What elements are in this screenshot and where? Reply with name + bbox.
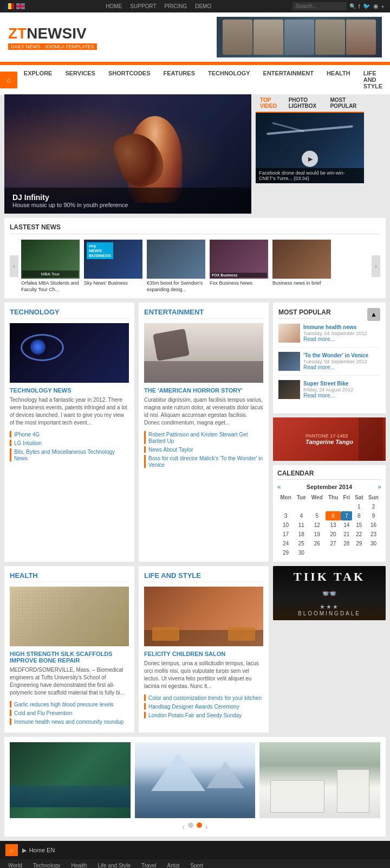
cal-day[interactable]: 15 bbox=[352, 520, 366, 530]
cal-day[interactable]: 21 bbox=[341, 530, 352, 539]
cal-day[interactable]: 28 bbox=[341, 539, 352, 548]
cal-day[interactable] bbox=[326, 502, 341, 511]
video-thumbnail[interactable]: Facebook drone deal would be win-win- CN… bbox=[256, 113, 364, 183]
footer-link-travel[interactable]: Travel bbox=[141, 863, 156, 868]
calendar-prev[interactable]: « bbox=[277, 483, 281, 491]
popular-read-3[interactable]: Read more... bbox=[303, 393, 353, 398]
cal-day[interactable]: 30 bbox=[294, 548, 309, 557]
tech-link-3[interactable]: Bits, Bytes and Miscellaneous Technology… bbox=[10, 448, 129, 461]
health-link-1[interactable]: Garlic reduces high blood pressure level… bbox=[10, 701, 129, 708]
cal-day[interactable]: 8 bbox=[352, 511, 366, 520]
rss-icon[interactable]: ◉ bbox=[373, 3, 379, 10]
news-card-4[interactable]: FOX Business Fox Business News bbox=[210, 240, 268, 293]
nav-home-button[interactable]: ⌂ bbox=[0, 72, 17, 88]
cal-day[interactable]: 2 bbox=[366, 502, 381, 511]
twitter-icon[interactable]: 🐦 bbox=[363, 3, 370, 10]
tab-most-popular[interactable]: MOST POPULAR bbox=[326, 94, 364, 112]
nav-entertainment[interactable]: ENTERTAINMENT bbox=[257, 65, 320, 81]
top-nav-pricing[interactable]: PRICING bbox=[165, 3, 187, 9]
life-link-1[interactable]: Color and customization trends for your … bbox=[144, 695, 263, 701]
search-area[interactable]: 🔍 f 🐦 ◉ + bbox=[292, 2, 385, 10]
life-link-2[interactable]: Handbag Designer Awards Ceremony bbox=[144, 703, 263, 710]
cal-day[interactable]: 18 bbox=[294, 530, 309, 539]
footer-link-technology[interactable]: Technology bbox=[33, 863, 61, 868]
cal-day[interactable]: 23 bbox=[366, 530, 381, 539]
cal-day[interactable]: 12 bbox=[309, 520, 326, 530]
cal-day[interactable]: 11 bbox=[294, 520, 309, 530]
cal-day[interactable]: 29 bbox=[352, 539, 366, 548]
nav-features[interactable]: FEATURES bbox=[157, 65, 202, 81]
cal-day-today[interactable]: 6 bbox=[326, 511, 341, 520]
cal-day[interactable]: 20 bbox=[326, 530, 341, 539]
flag-romania[interactable] bbox=[5, 3, 14, 9]
popular-read-2[interactable]: Read more... bbox=[303, 364, 368, 370]
popular-item-2[interactable]: 'To the Wonder' in Venice Tuesday, 04 Se… bbox=[278, 352, 380, 376]
nav-life-and-style[interactable]: LIFE AND STYLE bbox=[357, 65, 389, 94]
cal-day[interactable]: 16 bbox=[366, 520, 381, 530]
carousel-prev[interactable]: ‹ bbox=[10, 255, 18, 277]
footer-link-life[interactable]: Life and Style bbox=[98, 863, 131, 868]
tech-link-2[interactable]: LG Intuition bbox=[10, 440, 129, 446]
cal-day[interactable]: 25 bbox=[294, 539, 309, 548]
ent-link-2[interactable]: News About Taylor bbox=[144, 446, 263, 453]
calendar-next[interactable]: » bbox=[378, 483, 381, 491]
featured-slider[interactable]: DJ Infinity House music up to 90% in you… bbox=[4, 94, 251, 214]
top-nav-demo[interactable]: DEMO bbox=[195, 3, 211, 9]
cal-day[interactable]: 26 bbox=[309, 539, 326, 548]
tab-photo-lightbox[interactable]: PHOTO LIGHTBOX bbox=[284, 94, 326, 112]
cal-day[interactable]: 14 bbox=[341, 520, 352, 530]
dot-1[interactable] bbox=[188, 822, 193, 828]
ent-link-3[interactable]: Boss for cult director Malick's 'To the … bbox=[144, 455, 263, 468]
nav-health[interactable]: HEALTH bbox=[320, 65, 357, 81]
dots-prev[interactable]: ‹ bbox=[182, 822, 185, 831]
life-link-3[interactable]: London Potato Fair and Seedy Sunday bbox=[144, 712, 263, 718]
footer-link-sport[interactable]: Sport bbox=[190, 863, 203, 868]
health-link-3[interactable]: Immune health news and community roundup bbox=[10, 718, 129, 725]
cal-day[interactable]: 13 bbox=[326, 520, 341, 530]
cal-day[interactable] bbox=[341, 502, 352, 511]
footer-home-button[interactable]: ⌂ bbox=[5, 844, 18, 856]
carousel-next[interactable]: › bbox=[372, 255, 380, 277]
cal-day[interactable]: 29 bbox=[277, 548, 294, 557]
cal-day[interactable]: 3 bbox=[277, 511, 294, 520]
cal-day[interactable]: 10 bbox=[277, 520, 294, 530]
cal-day[interactable]: 30 bbox=[366, 539, 381, 548]
cal-day[interactable] bbox=[294, 502, 309, 511]
cal-day[interactable]: 27 bbox=[326, 539, 341, 548]
cal-day[interactable]: 22 bbox=[352, 530, 366, 539]
cal-day[interactable]: 4 bbox=[294, 511, 309, 520]
dots-next[interactable]: › bbox=[205, 822, 208, 831]
tech-link-1[interactable]: iPhone 4G bbox=[10, 431, 129, 438]
flag-uk[interactable] bbox=[16, 3, 25, 9]
nav-explore[interactable]: EXPLORE bbox=[17, 65, 59, 81]
news-card-1[interactable]: MBA Tour Orfalea MBA Students and Facult… bbox=[21, 240, 80, 293]
ent-link-1[interactable]: Robert Pattinson and Kristen Stewart Get… bbox=[144, 431, 263, 444]
cal-day[interactable]: 19 bbox=[309, 530, 326, 539]
top-nav[interactable]: HOME SUPPORT PRICING DEMO bbox=[106, 3, 211, 9]
cal-day[interactable]: 1 bbox=[352, 502, 366, 511]
nav-shortcodes[interactable]: SHORTCODES bbox=[102, 65, 157, 81]
news-card-5[interactable]: Business news in brief bbox=[272, 240, 331, 293]
play-button[interactable] bbox=[302, 151, 318, 167]
cal-day[interactable] bbox=[277, 502, 294, 511]
search-icon[interactable]: 🔍 bbox=[349, 3, 356, 9]
top-nav-support[interactable]: SUPPORT bbox=[130, 3, 156, 9]
cal-day[interactable] bbox=[309, 502, 326, 511]
logo-area[interactable]: ZTNEWSIV DAILY NEWS · JOOMLA TEMPLATES bbox=[8, 25, 97, 50]
footer-link-world[interactable]: World bbox=[8, 863, 22, 868]
health-link-2[interactable]: Cold and Flu Prevention bbox=[10, 710, 129, 716]
cal-day[interactable]: 17 bbox=[277, 530, 294, 539]
cal-day[interactable]: 24 bbox=[277, 539, 294, 548]
top-nav-home[interactable]: HOME bbox=[106, 3, 122, 9]
scroll-top-button[interactable]: ▲ bbox=[367, 308, 380, 321]
popular-item-1[interactable]: Immune health news Tuesday, 04 September… bbox=[278, 324, 380, 348]
cal-day[interactable]: 9 bbox=[366, 511, 381, 520]
cal-day-highlight[interactable]: 7 bbox=[341, 511, 352, 520]
search-input[interactable] bbox=[292, 2, 347, 10]
nav-technology[interactable]: TECHNOLOGY bbox=[202, 65, 257, 81]
facebook-icon[interactable]: f bbox=[359, 3, 360, 10]
popular-read-1[interactable]: Read more... bbox=[303, 336, 367, 342]
dot-2[interactable] bbox=[197, 822, 202, 828]
language-flags[interactable] bbox=[5, 3, 25, 9]
plus-icon[interactable]: + bbox=[381, 3, 385, 10]
